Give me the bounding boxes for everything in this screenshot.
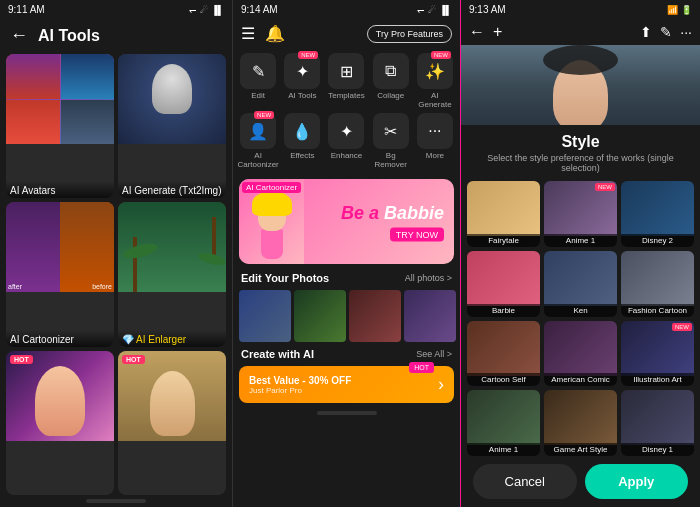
p1-time: 9:11 AM bbox=[8, 4, 45, 15]
ai-generate-card[interactable]: AI Generate (Txt2Img) bbox=[118, 54, 226, 198]
p3-footer: Cancel Apply bbox=[461, 456, 700, 507]
astronaut-figure bbox=[152, 64, 192, 114]
tool-ai-generate[interactable]: ✨ NEW AI Generate bbox=[414, 53, 456, 109]
generate-bg bbox=[118, 54, 226, 144]
tool-ai-cartoonizer[interactable]: 👤 NEW AI Cartoonizer bbox=[237, 113, 279, 169]
style-american-comic[interactable]: American Comic bbox=[544, 321, 617, 387]
fashion-cartoon-label: Fashion Cartoon bbox=[621, 304, 694, 317]
style-fashion-cartoon[interactable]: Fashion Cartoon bbox=[621, 251, 694, 317]
photo-thumb-1[interactable] bbox=[239, 290, 291, 342]
tool-enhance[interactable]: ✦ Enhance bbox=[325, 113, 367, 169]
ai-generate-label: AI Generate (Txt2Img) bbox=[118, 181, 226, 198]
american-comic-label: American Comic bbox=[544, 373, 617, 386]
tool-effects[interactable]: 💧 Effects bbox=[281, 113, 323, 169]
style-anime1[interactable]: NEW Anime 1 bbox=[544, 181, 617, 247]
anime1-label: Anime 1 bbox=[544, 234, 617, 247]
ai-generate-label: AI Generate bbox=[414, 91, 456, 109]
barbie-img bbox=[467, 251, 540, 306]
hot1-img bbox=[6, 351, 114, 441]
p3-edit-icon[interactable]: ✎ bbox=[660, 24, 672, 40]
tool-bg-remover[interactable]: ✂ Bg Remover bbox=[370, 113, 412, 169]
style-disney2[interactable]: Disney 2 bbox=[621, 181, 694, 247]
p1-status-icons: ↽ ☄ ▐▌ bbox=[189, 5, 224, 15]
p3-back-icon[interactable]: ← bbox=[469, 23, 485, 41]
apply-button[interactable]: Apply bbox=[585, 464, 689, 499]
wifi-icon: ☄ bbox=[200, 5, 208, 15]
menu-icon[interactable]: ☰ bbox=[241, 24, 255, 43]
effects-label: Effects bbox=[290, 151, 314, 160]
p3-plus-icon[interactable]: + bbox=[493, 23, 502, 41]
cartoonizer-preview bbox=[6, 202, 114, 292]
illustration-new-badge: NEW bbox=[672, 323, 692, 331]
hot-card-2[interactable]: HOT bbox=[118, 351, 226, 495]
style-grid: Fairytale NEW Anime 1 Disney 2 Barbie Ke… bbox=[461, 181, 700, 456]
barbie-hair bbox=[252, 191, 292, 216]
p2-toolbar-secondary: 👤 NEW AI Cartoonizer 💧 Effects ✦ Enhance… bbox=[233, 111, 460, 175]
photo-thumb-3[interactable] bbox=[349, 290, 401, 342]
p2-toolbar-primary: ✎ Edit ✦ NEW AI Tools ⊞ Templates ⧉ Coll… bbox=[233, 47, 460, 111]
photo-thumb-4[interactable] bbox=[404, 290, 456, 342]
tool-edit[interactable]: ✎ Edit bbox=[237, 53, 279, 109]
photos-row bbox=[233, 288, 460, 344]
disney2-label: Disney 2 bbox=[621, 234, 694, 247]
edit-label: Edit bbox=[251, 91, 265, 100]
style-ken[interactable]: Ken bbox=[544, 251, 617, 317]
avatar-img-3 bbox=[6, 100, 60, 145]
style-fairytale[interactable]: Fairytale bbox=[467, 181, 540, 247]
fairytale-img bbox=[467, 181, 540, 236]
see-all-link[interactable]: See All > bbox=[416, 349, 452, 359]
tool-templates[interactable]: ⊞ Templates bbox=[325, 53, 367, 109]
photo-thumb-2[interactable] bbox=[294, 290, 346, 342]
ai-enlarger-card[interactable]: 💎 AI Enlarger bbox=[118, 202, 226, 346]
ai-cartoonizer-card[interactable]: after before AI Cartoonizer bbox=[6, 202, 114, 346]
ai-cartoonizer-label: AI Cartoonizer bbox=[6, 330, 114, 347]
p1-header: ← AI Tools bbox=[0, 19, 232, 54]
style-anime1-2[interactable]: Anime 1 bbox=[467, 390, 540, 456]
style-barbie[interactable]: Barbie bbox=[467, 251, 540, 317]
style-game-art[interactable]: Game Art Style bbox=[544, 390, 617, 456]
battery-icon: ▐▌ bbox=[211, 5, 224, 15]
fashion-cartoon-img bbox=[621, 251, 694, 306]
p3-share-icon[interactable]: ⬆ bbox=[640, 24, 652, 40]
anime1-2-label: Anime 1 bbox=[467, 443, 540, 456]
portrait-hair bbox=[543, 45, 618, 75]
style-illustration-art[interactable]: NEW Illustration Art bbox=[621, 321, 694, 387]
hot-card-1[interactable]: HOT bbox=[6, 351, 114, 495]
back-icon[interactable]: ← bbox=[10, 25, 28, 46]
fairytale-label: Fairytale bbox=[467, 234, 540, 247]
ai-avatars-card[interactable]: AI Avatars bbox=[6, 54, 114, 198]
panel-style: 9:13 AM 📶 🔋 ← + ⬆ ✎ ··· Style Select the… bbox=[461, 0, 700, 507]
create-section-title: Create with AI bbox=[241, 348, 314, 360]
cancel-button[interactable]: Cancel bbox=[473, 464, 577, 499]
tool-collage[interactable]: ⧉ Collage bbox=[370, 53, 412, 109]
enhance-label: Enhance bbox=[331, 151, 363, 160]
try-pro-button[interactable]: Try Pro Features bbox=[367, 25, 452, 43]
collage-label: Collage bbox=[377, 91, 404, 100]
style-cartoon-self[interactable]: Cartoon Self bbox=[467, 321, 540, 387]
style-disney1[interactable]: Disney 1 bbox=[621, 390, 694, 456]
tool-more[interactable]: ··· More bbox=[414, 113, 456, 169]
barbie-body bbox=[261, 229, 283, 259]
portrait-content bbox=[461, 45, 700, 125]
avatar-img-4 bbox=[61, 100, 115, 145]
ai-tools-new-badge: NEW bbox=[298, 51, 318, 59]
ai-cartoonizer-banner[interactable]: AI Cartoonizer Be a Babbie TRY NOW bbox=[239, 179, 454, 264]
tool-ai-tools[interactable]: ✦ NEW AI Tools bbox=[281, 53, 323, 109]
disney1-img bbox=[621, 390, 694, 445]
p2-battery-icon: ▐▌ bbox=[439, 5, 452, 15]
ai-avatars-label: AI Avatars bbox=[6, 181, 114, 198]
notification-icon[interactable]: 🔔 bbox=[265, 24, 285, 43]
p3-more-icon[interactable]: ··· bbox=[680, 24, 692, 40]
page-title: AI Tools bbox=[38, 27, 100, 45]
home-indicator-1 bbox=[86, 499, 146, 503]
anime1-2-img bbox=[467, 390, 540, 445]
anime1-new-badge: NEW bbox=[595, 183, 615, 191]
edit-icon: ✎ bbox=[240, 53, 276, 89]
enhance-icon: ✦ bbox=[328, 113, 364, 149]
p3-statusbar: 9:13 AM 📶 🔋 bbox=[461, 0, 700, 19]
banner-cta[interactable]: TRY NOW bbox=[390, 227, 444, 241]
all-photos-link[interactable]: All photos > bbox=[405, 273, 452, 283]
ai-cartoonizer-label: AI Cartoonizer bbox=[237, 151, 279, 169]
promo-banner[interactable]: HOT Best Value - 30% OFF Just Parlor Pro… bbox=[239, 366, 454, 403]
hot2-img bbox=[118, 351, 226, 441]
